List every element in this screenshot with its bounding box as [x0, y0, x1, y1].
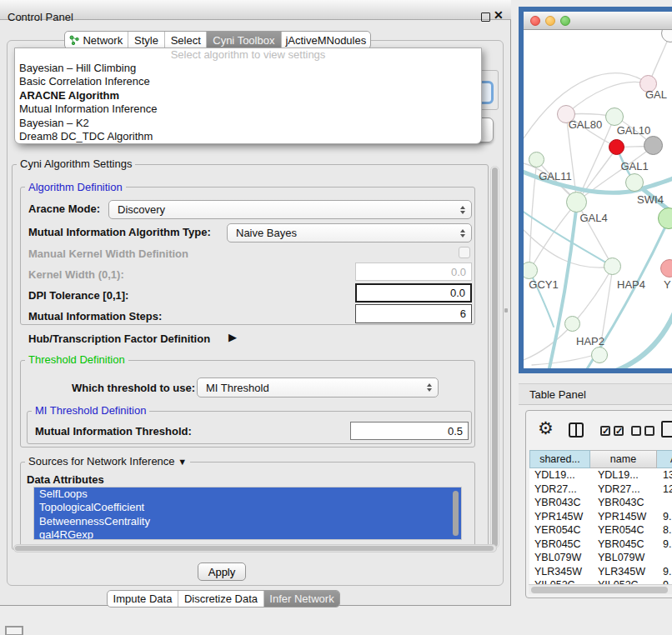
node-label: SWI4 [637, 193, 664, 206]
attribute-item[interactable]: gal4RGexp [34, 528, 461, 540]
attribute-item[interactable]: SelfLoops [34, 488, 461, 501]
node-hap4[interactable] [604, 258, 621, 275]
table-row[interactable]: YPR145W YPR145W 9. [529, 510, 672, 524]
select-all-checkbox-icon[interactable]: ✓ [600, 426, 610, 436]
apply-button[interactable]: Apply [198, 562, 246, 581]
tab-impute-data-label: Impute Data [113, 592, 173, 605]
node-hap2[interactable] [564, 316, 580, 332]
deselect-all-checkbox-icon[interactable] [644, 426, 654, 436]
export-table-icon[interactable] [661, 421, 672, 438]
cell-value: 12 [663, 483, 672, 495]
kernel-width-value: 0.0 [451, 266, 466, 278]
minimized-panel-icon[interactable] [5, 626, 23, 635]
cyni-settings-group-title: Cyni Algorithm Settings [17, 158, 135, 170]
table-row[interactable]: YBR045C YBR045C 9. [529, 538, 672, 552]
aracne-mode-combo[interactable]: Discovery [108, 200, 472, 219]
sources-group-title: Sources for Network Inference ▼ [25, 456, 190, 468]
node-label: GAL [645, 88, 667, 101]
splitter-handle[interactable] [504, 308, 508, 312]
node-unlabeled-bottom[interactable] [591, 347, 608, 363]
which-threshold-value: MI Threshold [206, 382, 269, 394]
column-selector-icon[interactable] [569, 422, 584, 438]
tab-style-label: Style [134, 34, 158, 47]
cell-value: 9. [663, 511, 671, 522]
combo-arrows-icon [427, 383, 432, 392]
tab-network[interactable]: Network [65, 32, 128, 48]
window-zoom-button[interactable] [560, 16, 570, 26]
tab-cyni-toolbox[interactable]: Cyni Toolbox [206, 32, 281, 48]
attribute-item[interactable]: BetweennessCentrality [34, 515, 461, 528]
data-attributes-label: Data Attributes [27, 473, 104, 486]
cell-name: YLR345W [598, 566, 645, 578]
which-threshold-combo[interactable]: MI Threshold [197, 378, 439, 398]
column-header-label: name [610, 453, 636, 465]
node-label: HAP2 [576, 335, 604, 348]
settings-vertical-scrollbar[interactable] [490, 166, 499, 548]
node-gal4[interactable] [566, 192, 587, 212]
mi-threshold-label: Mutual Information Threshold: [35, 425, 192, 438]
tab-discretize-data[interactable]: Discretize Data [178, 591, 263, 607]
cell-shared: YDR27... [534, 483, 577, 495]
settings-hscrollbar-thumb[interactable] [15, 546, 494, 551]
node-gal11[interactable] [529, 152, 544, 168]
algorithm-option[interactable]: Bayesian – K2 [15, 117, 481, 130]
tab-infer-network[interactable]: Infer Network [263, 591, 339, 607]
column-header-shared[interactable]: shared... [529, 450, 590, 468]
algorithm-option[interactable]: Basic Correlation Inference [15, 75, 481, 88]
network-canvas[interactable]: GAL GAL80 GAL10 GAL1 GAL11 SWI4 GAL4 GCY… [524, 30, 672, 368]
select-all-checkbox-icon[interactable]: ✓ [614, 426, 624, 436]
tab-select[interactable]: Select [164, 32, 206, 48]
mi-steps-label: Mutual Information Steps: [28, 310, 162, 322]
cell-name: YDR27... [598, 483, 640, 495]
mi-type-label: Mutual Information Algorithm Type: [28, 226, 211, 238]
expander-right-icon[interactable]: ▶ [228, 331, 237, 343]
mi-threshold-field[interactable]: 0.5 [350, 422, 469, 440]
table-hscrollbar-thumb[interactable] [531, 587, 668, 593]
algorithm-option[interactable]: Bayesian – Hill Climbing [15, 62, 481, 75]
table-row[interactable]: YDL19... YDL19... 13 [529, 468, 672, 482]
tab-impute-data[interactable]: Impute Data [108, 591, 178, 607]
tab-style[interactable]: Style [128, 32, 165, 48]
node-label: GAL80 [569, 118, 602, 131]
table-horizontal-scrollbar[interactable] [529, 584, 672, 594]
float-panel-icon[interactable] [481, 12, 490, 22]
list-scrollbar-thumb[interactable] [453, 491, 459, 536]
algorithm-option[interactable]: Dream8 DC_TDC Algorithm [15, 130, 481, 143]
deselect-all-checkbox-icon[interactable] [631, 426, 641, 436]
table-row[interactable]: YBR043C YBR043C [529, 496, 672, 510]
table-settings-gear-icon[interactable]: ⚙ [538, 419, 554, 438]
hub-definition-label[interactable]: Hub/Transcription Factor Definition [28, 332, 210, 345]
node-label: GAL1 [620, 160, 648, 172]
tab-jactivemnodules[interactable]: jActiveMNodules [281, 32, 370, 48]
node-gray[interactable] [644, 136, 663, 155]
dpi-tolerance-label: DPI Tolerance [0,1]: [28, 289, 128, 302]
mi-steps-field[interactable]: 6 [355, 304, 472, 323]
dpi-tolerance-field[interactable]: 0.0 [355, 283, 472, 302]
table-row[interactable]: YDR27... YDR27... 12 [529, 482, 672, 497]
window-close-button[interactable] [530, 16, 540, 26]
manual-kernel-checkbox[interactable] [459, 247, 470, 258]
mi-type-combo[interactable]: Naive Bayes [227, 223, 472, 242]
cell-name: YDL19... [598, 469, 639, 481]
table-panel-title: Table Panel [529, 388, 586, 401]
table-row[interactable]: YER054C YER054C 8. [529, 523, 672, 538]
attribute-item[interactable]: TopologicalCoefficient [34, 501, 461, 514]
algorithm-option-selected[interactable]: ARACNE Algorithm [15, 89, 481, 102]
node-gal10[interactable] [605, 108, 624, 126]
settings-scrollbar-thumb[interactable] [492, 168, 498, 547]
column-header-label: shared... [539, 453, 580, 465]
column-header-name[interactable]: name [590, 450, 657, 468]
node-red-selected[interactable] [609, 139, 624, 155]
table-row[interactable]: YLR345W YLR345W 9. [529, 565, 672, 579]
kernel-width-field[interactable]: 0.0 [355, 262, 472, 281]
which-threshold-label: Which threshold to use: [72, 382, 195, 394]
node-swi4[interactable] [625, 173, 644, 192]
table-row[interactable]: YBL079W YBL079W [529, 551, 672, 565]
top-tab-bar: Network Style Select Cyni Toolbox jActiv… [64, 31, 371, 49]
window-minimize-button[interactable] [545, 16, 555, 26]
algorithm-option[interactable]: Mutual Information Inference [15, 102, 481, 116]
close-panel-icon[interactable]: ✕ [494, 8, 504, 22]
expander-down-icon[interactable]: ▼ [178, 457, 187, 467]
column-header-partial[interactable]: A [657, 450, 672, 468]
settings-horizontal-scrollbar[interactable] [13, 544, 497, 552]
